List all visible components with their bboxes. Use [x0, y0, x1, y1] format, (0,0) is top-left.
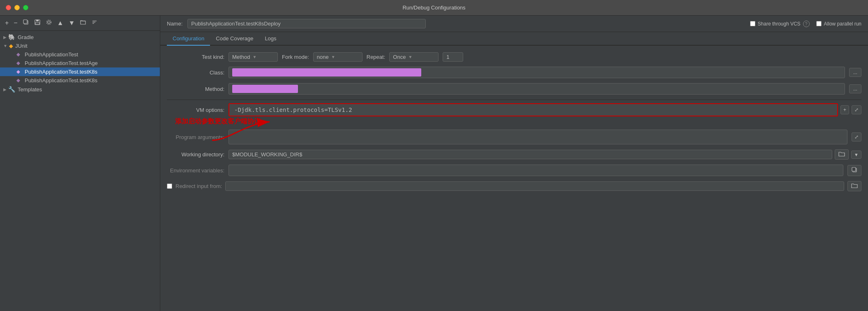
repeat-dropdown[interactable]: Once ▼	[389, 52, 439, 62]
sidebar-item-test4[interactable]: ◆ PublishApplicationTest.testK8s	[0, 76, 160, 85]
working-dir-container: ▼	[229, 149, 861, 160]
env-vars-copy-button[interactable]	[847, 165, 861, 176]
vm-options-fullscreen-button[interactable]: ⤢	[852, 105, 861, 114]
working-dir-input[interactable]	[229, 150, 832, 159]
name-label: Name:	[167, 21, 182, 27]
method-browse-button[interactable]: ...	[849, 84, 861, 93]
annotation-text: 添加启动参数更改客户端协议	[175, 117, 261, 126]
share-vcs-label: Share through VCS	[758, 21, 801, 27]
gradle-icon: 🐘	[8, 34, 15, 40]
fork-mode-label: Fork mode:	[282, 54, 309, 60]
vm-options-expand-button[interactable]: +	[840, 105, 849, 114]
svg-rect-1	[23, 20, 27, 23]
vm-options-input[interactable]	[229, 103, 838, 116]
sidebar-item-junit[interactable]: ▼ ◆ JUnit	[0, 42, 160, 50]
wrench-icon: 🔧	[8, 86, 15, 93]
tab-configuration[interactable]: Configuration	[167, 32, 210, 46]
config-header: Name: Share through VCS ? Allow parallel…	[160, 16, 868, 32]
redirect-checkbox[interactable]	[167, 183, 172, 189]
redirect-row: Redirect input from:	[167, 181, 861, 191]
fork-mode-value: none	[317, 54, 329, 60]
vm-options-row: VM options: + ⤢	[167, 103, 861, 116]
sidebar-item-label: PublishApplicationTest.testK8s	[25, 77, 97, 84]
annotation-area: 添加启动参数更改客户端协议	[167, 121, 861, 130]
parallel-group: Allow parallel run	[816, 21, 861, 27]
share-vcs-group: Share through VCS ?	[750, 21, 810, 27]
folder-button[interactable]	[78, 18, 88, 28]
class-input-wrapper	[229, 67, 845, 78]
move-up-button[interactable]: ▲	[55, 19, 65, 28]
working-dir-dropdown-button[interactable]: ▼	[851, 151, 861, 159]
svg-point-6	[46, 20, 51, 25]
svg-rect-3	[36, 20, 39, 21]
program-args-input[interactable]	[229, 130, 847, 144]
share-vcs-help-icon[interactable]: ?	[803, 21, 810, 27]
move-down-button[interactable]: ▼	[67, 19, 77, 28]
redirect-input[interactable]	[225, 181, 844, 191]
config-name-input[interactable]	[187, 19, 426, 28]
sort-button[interactable]	[90, 18, 99, 28]
repeat-count-input[interactable]	[443, 52, 463, 62]
test-icon: ◆	[16, 78, 20, 83]
env-vars-input[interactable]	[229, 165, 843, 176]
save-config-button[interactable]	[32, 18, 42, 28]
sidebar-item-test3[interactable]: ◆ PublishApplicationTest.testK8s	[0, 67, 160, 76]
sidebar-item-test2[interactable]: ◆ PublishApplicationTest.testAge	[0, 59, 160, 67]
method-row: Method: ...	[167, 83, 861, 95]
class-browse-button[interactable]: ...	[849, 68, 861, 77]
class-row: Class: ...	[167, 67, 861, 78]
sidebar-item-test1[interactable]: ◆ PublishApplicationTest	[0, 50, 160, 59]
title-bar: Run/Debug Configurations	[0, 0, 868, 16]
sidebar-item-gradle[interactable]: ▶ 🐘 Gradle	[0, 32, 160, 42]
folder-icon	[851, 183, 858, 188]
sidebar-item-label: JUnit	[15, 43, 28, 49]
window-controls[interactable]	[6, 5, 28, 10]
settings-button[interactable]	[44, 18, 54, 28]
svg-rect-4	[35, 23, 39, 24]
minimize-button[interactable]	[14, 5, 20, 10]
copy-config-button[interactable]	[21, 18, 31, 28]
sidebar-item-templates[interactable]: ▶ 🔧 Templates	[0, 85, 160, 94]
test-icon: ◆	[16, 69, 20, 74]
remove-config-button[interactable]: −	[12, 19, 19, 28]
program-args-expand-button[interactable]: ⤢	[852, 132, 861, 142]
repeat-label: Repeat:	[367, 54, 386, 60]
add-config-button[interactable]: +	[3, 19, 10, 28]
repeat-value: Once	[393, 54, 406, 60]
copy-env-icon	[851, 167, 858, 173]
gear-icon	[46, 19, 52, 26]
tab-code-coverage[interactable]: Code Coverage	[210, 32, 259, 46]
working-dir-folder-button[interactable]	[835, 149, 849, 160]
main-container: + − ▲ ▼	[0, 16, 868, 311]
test-icon: ◆	[16, 60, 20, 66]
close-button[interactable]	[6, 5, 11, 10]
chevron-down-icon: ▼	[331, 55, 335, 59]
form-divider	[167, 100, 861, 100]
svg-rect-12	[852, 167, 856, 171]
fork-mode-dropdown[interactable]: none ▼	[313, 52, 362, 62]
tab-logs[interactable]: Logs	[259, 32, 282, 46]
sort-icon	[91, 19, 98, 26]
share-vcs-checkbox[interactable]	[750, 21, 755, 26]
sidebar-item-label: PublishApplicationTest.testAge	[25, 60, 98, 66]
test-kind-label: Test kind:	[167, 54, 224, 60]
collapse-arrow: ▶	[3, 87, 7, 92]
redirect-folder-button[interactable]	[847, 181, 861, 191]
expand-arrow: ▼	[3, 44, 7, 48]
class-label: Class:	[167, 70, 224, 76]
save-icon	[34, 19, 41, 26]
program-args-label: Program arguments:	[167, 134, 224, 140]
vm-options-container: + ⤢	[229, 103, 861, 116]
folder-open-icon	[838, 151, 845, 157]
test-kind-value: Method	[232, 54, 250, 60]
sidebar-item-label: PublishApplicationTest	[25, 51, 78, 58]
maximize-button[interactable]	[23, 5, 28, 10]
collapse-arrow: ▶	[3, 35, 7, 39]
content-area: Name: Share through VCS ? Allow parallel…	[160, 16, 868, 311]
sidebar-toolbar: + − ▲ ▼	[0, 16, 160, 31]
window-title: Run/Debug Configurations	[402, 5, 465, 11]
parallel-checkbox[interactable]	[816, 21, 822, 26]
program-args-row: Program arguments: ⤢	[167, 130, 861, 144]
method-label: Method:	[167, 86, 224, 92]
test-kind-dropdown[interactable]: Method ▼	[229, 52, 278, 62]
